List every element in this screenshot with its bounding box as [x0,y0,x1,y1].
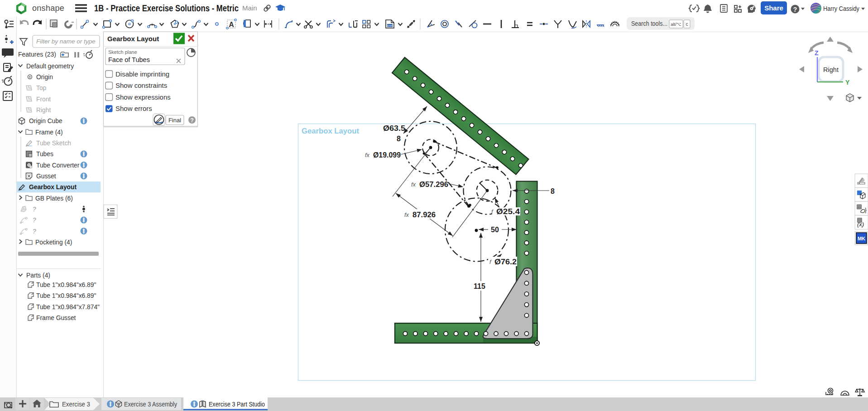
svg-text:Origin Cube: Origin Cube [29,118,62,124]
svg-text:?: ? [33,206,36,213]
svg-text:Harry Cassidy: Harry Cassidy [823,5,859,12]
svg-text:?: ? [33,217,36,224]
svg-text:50: 50 [491,226,499,234]
svg-text:Main: Main [242,4,257,12]
svg-text:Tube 1"x0.984"x6.89": Tube 1"x0.984"x6.89" [36,282,96,288]
svg-text:Parts (4): Parts (4) [26,272,50,279]
svg-text:Default geometry: Default geometry [26,63,74,70]
svg-text:Exercise 3: Exercise 3 [62,401,90,408]
svg-text:Origin: Origin [36,74,53,81]
svg-text:alt/⌥: alt/⌥ [671,22,681,27]
svg-text:Gusset: Gusset [36,173,56,180]
svg-text:Frame Gusset: Frame Gusset [36,315,76,321]
svg-text:Ø19.099: Ø19.099 [373,151,401,159]
svg-text:onshape: onshape [32,4,64,13]
svg-text:GB Plates (6): GB Plates (6) [35,195,73,202]
svg-text:Z: Z [815,49,819,57]
svg-text:Share: Share [764,4,783,12]
svg-text:DXF: DXF [387,24,393,27]
svg-text:8: 8 [551,187,555,195]
svg-text:Frame (4): Frame (4) [35,129,63,136]
svg-text:Ø63.5: Ø63.5 [383,124,405,132]
svg-text:Front: Front [36,96,51,103]
svg-text:Exercise 3 Part Studio: Exercise 3 Part Studio [209,401,265,408]
svg-text:?: ? [33,228,36,235]
svg-text:fx: fx [365,152,370,158]
svg-text:MK: MK [858,236,865,241]
svg-text:(x): (x) [857,221,864,228]
svg-text:A: A [229,21,234,29]
svg-text:Pocketing (4): Pocketing (4) [35,239,72,246]
svg-text:Face of Tubes: Face of Tubes [108,56,150,63]
svg-text:fx: fx [404,211,409,218]
svg-text:Final: Final [168,117,181,124]
svg-text:Tube 1"x0.984"x6.89": Tube 1"x0.984"x6.89" [36,292,96,299]
svg-text:}: } [865,207,867,213]
svg-text:Tube 1"x0.984"x7.874": Tube 1"x0.984"x7.874" [36,304,100,311]
svg-text:1B - Practice Exercise Solutio: 1B - Practice Exercise Solutions - Metri… [94,3,239,13]
svg-text:Gearbox Layout: Gearbox Layout [302,127,359,135]
svg-text:Ø57.296: Ø57.296 [419,181,448,188]
svg-text:Show constraints: Show constraints [115,81,167,89]
svg-text:Exercise 3 Assembly: Exercise 3 Assembly [124,401,177,408]
svg-text:Search tools...: Search tools... [631,20,667,27]
svg-text:Tubes: Tubes [36,151,53,158]
svg-text:fx: fx [411,181,416,188]
svg-text:Top: Top [36,85,47,91]
svg-text:c: c [686,22,688,27]
svg-text:?: ? [190,117,194,124]
svg-text:Filter by name or type: Filter by name or type [36,38,96,45]
svg-text:Gearbox Layout: Gearbox Layout [29,184,77,191]
svg-text:Tube Sketch: Tube Sketch [36,140,71,147]
svg-text:Show errors: Show errors [115,105,152,112]
svg-text:115: 115 [474,282,485,290]
svg-text:Right: Right [36,107,51,114]
svg-text:87.926: 87.926 [412,211,436,219]
svg-text:8: 8 [397,135,401,143]
svg-text:?: ? [793,6,797,13]
svg-text:Show expressions: Show expressions [115,93,171,101]
svg-text:Y: Y [845,79,850,86]
svg-text:Tube Converter: Tube Converter [36,162,80,169]
svg-text:Ø25.4: Ø25.4 [496,208,520,215]
svg-text:Gearbox Layout: Gearbox Layout [107,35,159,43]
svg-text:Sketch plane: Sketch plane [108,49,137,55]
svg-text:Ø76.2: Ø76.2 [494,258,517,266]
svg-text:Features (23): Features (23) [18,51,56,58]
svg-text:Disable imprinting: Disable imprinting [115,70,169,78]
svg-text:Right: Right [823,66,839,73]
